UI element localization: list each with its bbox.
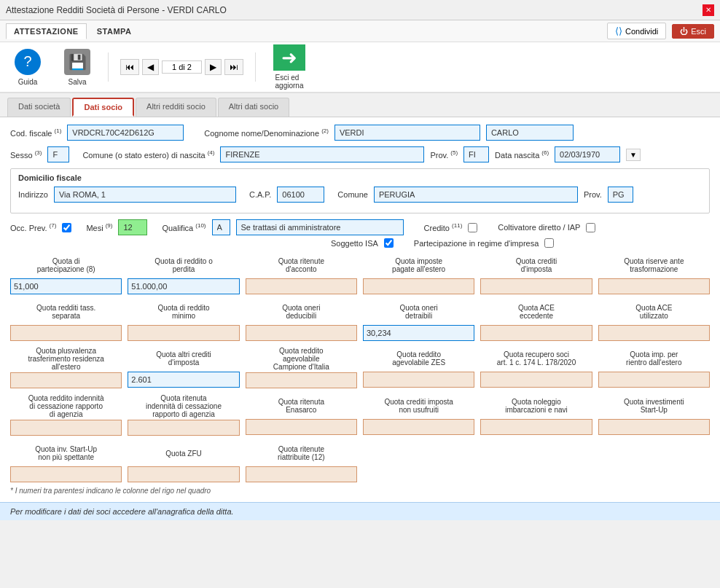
quote-input-15[interactable] bbox=[363, 372, 474, 388]
menu-stampa[interactable]: STAMPA bbox=[90, 23, 139, 39]
quote-input-18[interactable] bbox=[10, 420, 122, 436]
quote-cell-4: Quota crediti d'imposta bbox=[480, 254, 592, 294]
quote-cell-23: Quota investimenti Start-Up bbox=[598, 394, 710, 436]
quote-cell-19: Quota ritenuta indennità di cessazione r… bbox=[128, 394, 239, 436]
titlebar: Attestazione Redditi Società di Persone … bbox=[0, 0, 720, 20]
sesso-input[interactable] bbox=[47, 146, 69, 162]
quote-input-8[interactable] bbox=[246, 325, 357, 341]
comune-res-input[interactable] bbox=[374, 187, 578, 203]
row-soggetto-isa: Soggetto ISA Partecipazione in regime d'… bbox=[331, 238, 710, 248]
nav-first-button[interactable]: ⏮ bbox=[120, 59, 139, 75]
quote-input-21[interactable] bbox=[363, 419, 474, 435]
qualifica-label: Qualifica (10) bbox=[162, 222, 206, 232]
indirizzo-input[interactable] bbox=[54, 187, 236, 203]
quote-input-9[interactable] bbox=[363, 325, 474, 341]
guida-button[interactable]: ? Guida bbox=[9, 46, 47, 89]
partecipazione-checkbox[interactable] bbox=[544, 238, 554, 248]
quote-input-22[interactable] bbox=[480, 419, 592, 435]
qualifica-desc-input[interactable] bbox=[236, 219, 404, 235]
prov-res-input[interactable] bbox=[608, 187, 633, 203]
prov-input[interactable] bbox=[463, 146, 489, 162]
tab-altri-dati-socio[interactable]: Altri dati socio bbox=[218, 98, 289, 117]
quote-label-2: Quota ritenute d'acconto bbox=[246, 254, 357, 277]
quote-input-12[interactable] bbox=[10, 372, 122, 388]
date-picker-button[interactable]: ▼ bbox=[626, 149, 641, 161]
nav-next-button[interactable]: ▶ bbox=[205, 59, 222, 75]
main-content: Cod. fiscale (1) Cognome nome/Denominazi… bbox=[0, 117, 720, 502]
guida-label: Guida bbox=[18, 78, 38, 86]
data-nascita-input[interactable] bbox=[555, 146, 620, 162]
quote-input-17[interactable] bbox=[598, 372, 710, 388]
quote-label-9: Quota oneri detraibili bbox=[363, 300, 474, 324]
quote-label-16: Quota recupero soci art. 1 c. 174 L. 178… bbox=[480, 347, 592, 370]
quote-label-23: Quota investimenti Start-Up bbox=[598, 394, 710, 418]
tab-dati-societa[interactable]: Dati società bbox=[7, 98, 71, 117]
quote-cell-6: Quota redditi tass. separata bbox=[10, 300, 122, 341]
quote-input-4[interactable] bbox=[480, 278, 592, 294]
esci-aggiorna-button[interactable]: ➜ Esci edaggiorna bbox=[267, 42, 311, 93]
quote-input-5[interactable] bbox=[598, 278, 710, 294]
quote-input-0[interactable] bbox=[10, 278, 122, 294]
sesso-label: Sesso (3) bbox=[10, 149, 42, 160]
qualifica-code-input[interactable] bbox=[212, 219, 230, 235]
quote-label-20: Quota ritenuta Enasarco bbox=[246, 394, 357, 418]
quote-cell-1: Quota di reddito o perdita bbox=[128, 254, 239, 294]
prov-label: Prov. (5) bbox=[430, 149, 458, 160]
soggetto-isa-checkbox[interactable] bbox=[384, 238, 394, 248]
credito-label: Credito (11) bbox=[424, 222, 463, 232]
quote-input-24[interactable] bbox=[10, 466, 122, 482]
quote-cell-8: Quota oneri deducibili bbox=[246, 300, 357, 341]
quote-input-19[interactable] bbox=[128, 420, 239, 436]
credito-checkbox[interactable] bbox=[468, 223, 477, 232]
menu-items: ATTESTAZIONE STAMPA bbox=[6, 23, 139, 39]
nav-last-button[interactable]: ⏭ bbox=[224, 59, 243, 75]
quote-input-3[interactable] bbox=[363, 278, 474, 294]
quote-input-10[interactable] bbox=[480, 325, 592, 341]
salva-button[interactable]: 💾 Salva bbox=[58, 46, 96, 89]
quote-input-13[interactable] bbox=[128, 372, 239, 388]
quote-input-11[interactable] bbox=[598, 325, 710, 341]
cap-label: C.A.P. bbox=[249, 190, 271, 199]
tab-altri-redditi-socio[interactable]: Altri redditi socio bbox=[136, 98, 216, 117]
quote-input-25[interactable] bbox=[128, 466, 239, 482]
quote-cell-22: Quota noleggio imbarcazioni e navi bbox=[480, 394, 592, 436]
quote-cell-16: Quota recupero soci art. 1 c. 174 L. 178… bbox=[480, 347, 592, 388]
quote-label-15: Quota reddito agevolabile ZES bbox=[363, 347, 474, 370]
quote-input-6[interactable] bbox=[10, 325, 122, 341]
quote-input-23[interactable] bbox=[598, 419, 710, 435]
indirizzo-label: Indirizzo bbox=[18, 190, 48, 199]
quote-input-20[interactable] bbox=[246, 419, 357, 435]
quote-cell-14: Quota reddito agevolabile Campione d'Ita… bbox=[246, 347, 357, 388]
nome-input[interactable] bbox=[486, 125, 574, 141]
comune-nascita-input[interactable] bbox=[220, 146, 424, 162]
occ-prev-checkbox[interactable] bbox=[62, 223, 71, 232]
quote-input-1[interactable] bbox=[128, 278, 239, 294]
separator-1 bbox=[108, 52, 109, 82]
quote-cell-12: Quota plusvalenza trasferimento residenz… bbox=[10, 347, 122, 388]
toolbar: ? Guida 💾 Salva ⏮ ◀ ▶ ⏭ ➜ Esci edaggiorn… bbox=[0, 42, 720, 93]
quote-input-7[interactable] bbox=[128, 325, 239, 341]
cap-input[interactable] bbox=[277, 187, 324, 203]
quote-input-16[interactable] bbox=[480, 372, 592, 388]
quote-label-4: Quota crediti d'imposta bbox=[480, 254, 592, 277]
quote-cell-24: Quota inv. Start-Up non più spettante bbox=[10, 442, 122, 482]
nav-prev-button[interactable]: ◀ bbox=[142, 59, 159, 75]
close-button[interactable]: ✕ bbox=[703, 4, 714, 16]
domicilio-fiscale-group: Domicilio fiscale Indirizzo C.A.P. Comun… bbox=[10, 168, 710, 213]
tab-dati-socio[interactable]: Dati socio bbox=[72, 98, 134, 117]
quote-input-26[interactable] bbox=[246, 466, 357, 482]
quote-label-13: Quota altri crediti d'imposta bbox=[128, 347, 239, 370]
cognome-input[interactable] bbox=[334, 125, 480, 141]
mesi-input[interactable] bbox=[118, 219, 147, 235]
coltivatore-checkbox[interactable] bbox=[586, 223, 595, 232]
quote-cell-7: Quota di reddito minimo bbox=[128, 300, 239, 341]
nav-page-input[interactable] bbox=[162, 60, 202, 74]
quote-input-14[interactable] bbox=[246, 372, 357, 388]
esci-button[interactable]: ⏻ Esci bbox=[672, 24, 714, 39]
quote-cell-5: Quota riserve ante trasformazione bbox=[598, 254, 710, 294]
quote-cell-17: Quota imp. per rientro dall'estero bbox=[598, 347, 710, 388]
quote-input-2[interactable] bbox=[246, 278, 357, 294]
condividi-button[interactable]: ⟨⟩ Condividi bbox=[607, 23, 666, 39]
menu-attestazione[interactable]: ATTESTAZIONE bbox=[6, 23, 87, 39]
cod-fiscale-input[interactable] bbox=[67, 125, 184, 141]
